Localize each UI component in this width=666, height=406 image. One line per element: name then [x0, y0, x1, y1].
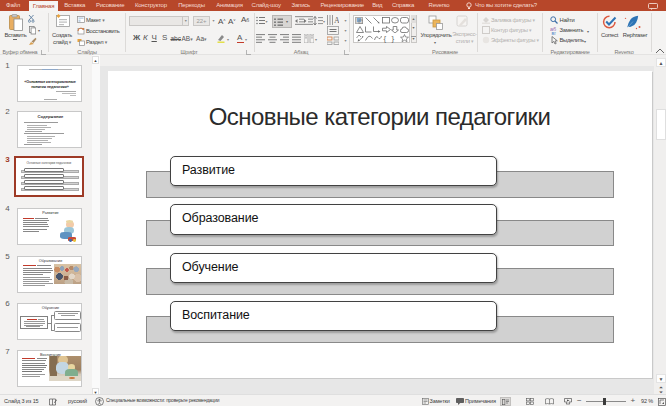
svg-text:вг: вг: [551, 29, 556, 35]
svg-text:A: A: [334, 16, 339, 25]
